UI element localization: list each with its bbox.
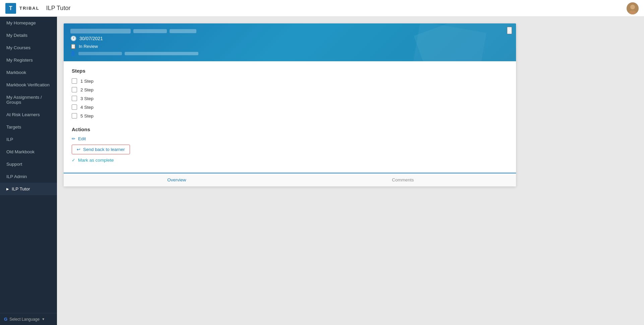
status-icon: 📋 xyxy=(70,44,76,49)
sidebar-item-markbook[interactable]: Markbook xyxy=(0,66,57,79)
sidebar-item-label: ILP Tutor xyxy=(12,186,30,191)
sidebar-footer[interactable]: G Select Language ▼ xyxy=(0,313,57,325)
sidebar-item-label: Markbook xyxy=(6,70,26,75)
svg-point-1 xyxy=(630,5,635,9)
edit-icon: ✏ xyxy=(72,136,75,141)
sidebar-item-ilp-admin[interactable]: ILP Admin xyxy=(0,170,57,183)
app-title: ILP Tutor xyxy=(46,5,71,12)
modal-tag-blurred xyxy=(170,29,196,33)
step-checkbox-3[interactable] xyxy=(72,96,77,101)
actions-title: Actions xyxy=(72,127,508,132)
sidebar-item-label: My Assignments / Groups xyxy=(6,95,52,105)
sidebar-item-my-courses[interactable]: My Courses xyxy=(0,42,57,54)
user-info-blurred xyxy=(125,52,198,55)
modal-status-row: 📋 In Review xyxy=(70,44,509,49)
sidebar-item-targets[interactable]: Targets xyxy=(0,121,57,133)
step-item-4: 4 Step xyxy=(72,104,508,110)
action-mark-complete[interactable]: ✓ Mark as complete xyxy=(72,158,508,163)
sidebar-item-label: My Details xyxy=(6,33,27,38)
action-send-back[interactable]: ↩ Send back to learner xyxy=(72,145,508,154)
google-logo: G xyxy=(4,317,7,322)
sidebar-item-label: Targets xyxy=(6,125,21,130)
step-label-4: 4 Step xyxy=(80,105,93,110)
step-item-5: 5 Step xyxy=(72,113,508,118)
step-label-1: 1 Step xyxy=(80,79,93,84)
logo-name: TRIBAL xyxy=(19,6,40,11)
modal-header-title-row xyxy=(70,29,509,33)
step-checkbox-1[interactable] xyxy=(72,78,77,84)
modal-card: × 🕐 30/07/2021 📋 In Review xyxy=(64,23,516,186)
sidebar-item-ilp[interactable]: ILP xyxy=(0,133,57,146)
sidebar-item-label: Markbook Verification xyxy=(6,82,50,87)
sidebar-item-my-homepage[interactable]: My Homepage xyxy=(0,17,57,29)
sidebar-item-label: ILP Admin xyxy=(6,174,27,179)
sidebar-item-ilp-tutor[interactable]: ▶ ILP Tutor xyxy=(0,183,57,195)
step-item-1: 1 Step xyxy=(72,78,508,84)
sidebar-item-label: ILP xyxy=(6,137,13,142)
user-icon: 👤 xyxy=(70,51,76,56)
modal-close-button[interactable]: × xyxy=(507,27,512,34)
sidebar-item-label: Support xyxy=(6,162,22,167)
sidebar-item-old-markbook[interactable]: Old Markbook xyxy=(0,146,57,158)
app-logo: T TRIBAL xyxy=(5,3,40,14)
modal-body: Steps 1 Step 2 Step 3 Step xyxy=(64,61,516,173)
modal-date-row: 🕐 30/07/2021 xyxy=(70,35,509,42)
main-layout: My Homepage My Details My Courses My Reg… xyxy=(0,17,644,325)
sidebar: My Homepage My Details My Courses My Reg… xyxy=(0,17,57,325)
avatar[interactable] xyxy=(627,2,639,14)
tab-comments[interactable]: Comments xyxy=(290,173,516,186)
user-name-blurred xyxy=(78,52,122,55)
content-area: × 🕐 30/07/2021 📋 In Review xyxy=(57,17,644,325)
action-edit[interactable]: ✏ Edit xyxy=(72,136,508,141)
sidebar-item-at-risk-learners[interactable]: At Risk Learners xyxy=(0,108,57,121)
steps-list: 1 Step 2 Step 3 Step 4 Step xyxy=(72,78,508,118)
modal-title-blurred xyxy=(70,29,131,33)
tab-overview[interactable]: Overview xyxy=(64,173,290,186)
sidebar-item-label: My Registers xyxy=(6,58,33,63)
modal-tabs: Overview Comments xyxy=(64,173,516,186)
step-checkbox-5[interactable] xyxy=(72,113,77,118)
send-back-label: Send back to learner xyxy=(83,147,125,152)
sidebar-item-label: My Courses xyxy=(6,45,30,50)
send-back-button[interactable]: ↩ Send back to learner xyxy=(72,145,130,154)
sidebar-item-label: My Homepage xyxy=(6,20,36,25)
modal-status: In Review xyxy=(79,44,98,49)
sidebar-item-label: At Risk Learners xyxy=(6,112,40,117)
select-language-label: Select Language xyxy=(9,317,40,322)
modal-header: × 🕐 30/07/2021 📋 In Review xyxy=(64,23,516,61)
mark-complete-link[interactable]: Mark as complete xyxy=(78,158,114,163)
step-checkbox-2[interactable] xyxy=(72,87,77,92)
sidebar-item-markbook-verification[interactable]: Markbook Verification xyxy=(0,79,57,91)
step-item-2: 2 Step xyxy=(72,87,508,92)
step-checkbox-4[interactable] xyxy=(72,104,77,110)
dropdown-icon: ▼ xyxy=(42,317,45,321)
sidebar-item-support[interactable]: Support xyxy=(0,158,57,170)
logo-letter: T xyxy=(5,3,16,14)
steps-title: Steps xyxy=(72,68,508,74)
modal-subtitle-blurred xyxy=(133,29,167,33)
sidebar-item-my-assignments-groups[interactable]: My Assignments / Groups xyxy=(0,91,57,108)
edit-link[interactable]: Edit xyxy=(78,136,86,141)
modal-date: 30/07/2021 xyxy=(79,36,103,41)
step-label-3: 3 Step xyxy=(80,96,93,101)
sidebar-item-label: Old Markbook xyxy=(6,149,35,154)
send-back-icon: ↩ xyxy=(77,147,80,152)
arrow-right-icon: ▶ xyxy=(6,187,9,191)
check-icon: ✓ xyxy=(72,158,75,163)
clock-icon: 🕐 xyxy=(70,35,77,42)
step-item-3: 3 Step xyxy=(72,96,508,101)
step-label-2: 2 Step xyxy=(80,87,93,92)
sidebar-item-my-registers[interactable]: My Registers xyxy=(0,54,57,66)
sidebar-item-my-details[interactable]: My Details xyxy=(0,29,57,42)
step-label-5: 5 Step xyxy=(80,113,93,118)
topbar: T TRIBAL ILP Tutor xyxy=(0,0,644,17)
modal-user-row: 👤 xyxy=(70,51,509,56)
